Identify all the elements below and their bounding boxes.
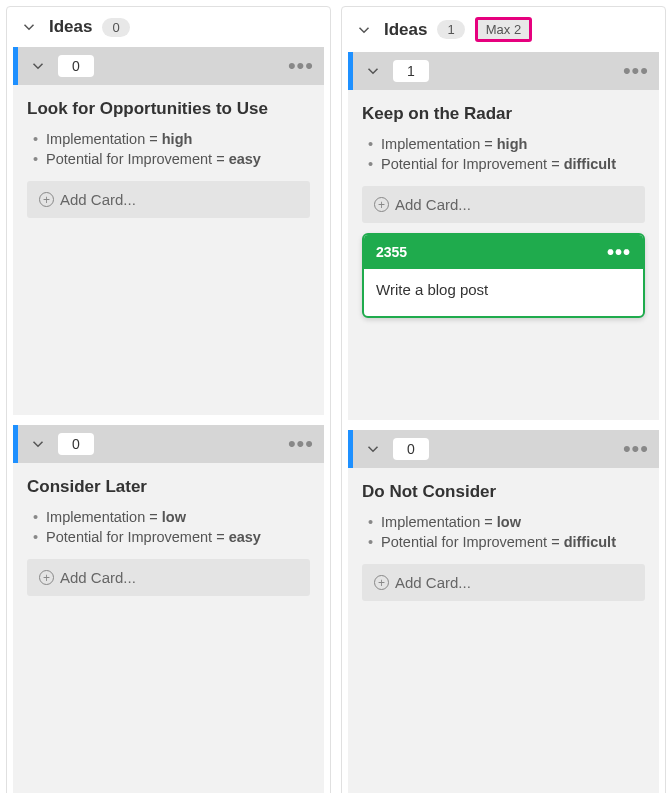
- lane-keep-on-radar: 1 ••• Keep on the Radar Implementation =…: [348, 52, 659, 420]
- plus-circle-icon: +: [39, 192, 54, 207]
- add-card-label: Add Card...: [60, 191, 136, 208]
- criteria-item: Potential for Improvement = difficult: [368, 156, 645, 172]
- lane-body: Look for Opportunities to Use Implementa…: [13, 85, 324, 415]
- lane-header: 0 •••: [13, 425, 324, 463]
- lane-body: Do Not Consider Implementation = low Pot…: [348, 468, 659, 793]
- plus-circle-icon: +: [374, 197, 389, 212]
- add-card-button[interactable]: + Add Card...: [27, 559, 310, 596]
- criteria-item: Potential for Improvement = easy: [33, 151, 310, 167]
- lane-do-not-consider: 0 ••• Do Not Consider Implementation = l…: [348, 430, 659, 793]
- lane-count-badge: 0: [58, 433, 94, 455]
- add-card-button[interactable]: + Add Card...: [362, 564, 645, 601]
- lane-menu-icon[interactable]: •••: [288, 55, 314, 77]
- add-card-label: Add Card...: [395, 574, 471, 591]
- lane-title: Consider Later: [27, 477, 310, 497]
- lane-criteria: Implementation = low Potential for Impro…: [33, 509, 310, 545]
- lane-criteria: Implementation = high Potential for Impr…: [368, 136, 645, 172]
- column-count-badge: 0: [102, 18, 129, 37]
- column-max-badge: Max 2: [475, 17, 532, 42]
- lane-header: 1 •••: [348, 52, 659, 90]
- lane-body: Consider Later Implementation = low Pote…: [13, 463, 324, 793]
- card-menu-icon[interactable]: •••: [607, 242, 631, 262]
- plus-circle-icon: +: [374, 575, 389, 590]
- column-title: Ideas: [49, 17, 92, 37]
- lane-count-badge: 0: [58, 55, 94, 77]
- add-card-label: Add Card...: [395, 196, 471, 213]
- criteria-item: Implementation = high: [33, 131, 310, 147]
- lane-header: 0 •••: [348, 430, 659, 468]
- card-text: Write a blog post: [364, 269, 643, 316]
- chevron-down-icon[interactable]: [354, 20, 374, 40]
- criteria-item: Implementation = low: [33, 509, 310, 525]
- chevron-down-icon[interactable]: [19, 17, 39, 37]
- add-card-button[interactable]: + Add Card...: [362, 186, 645, 223]
- lane-menu-icon[interactable]: •••: [288, 433, 314, 455]
- criteria-item: Potential for Improvement = difficult: [368, 534, 645, 550]
- lane-criteria: Implementation = low Potential for Impro…: [368, 514, 645, 550]
- add-card-button[interactable]: + Add Card...: [27, 181, 310, 218]
- lane-consider-later: 0 ••• Consider Later Implementation = lo…: [13, 425, 324, 793]
- chevron-down-icon[interactable]: [363, 61, 383, 81]
- lane-header: 0 •••: [13, 47, 324, 85]
- lane-menu-icon[interactable]: •••: [623, 60, 649, 82]
- lane-menu-icon[interactable]: •••: [623, 438, 649, 460]
- criteria-item: Implementation = high: [368, 136, 645, 152]
- lane-opportunities: 0 ••• Look for Opportunities to Use Impl…: [13, 47, 324, 415]
- lane-body: Keep on the Radar Implementation = high …: [348, 90, 659, 420]
- column-header: Ideas 0: [7, 7, 330, 47]
- card[interactable]: 2355 ••• Write a blog post: [362, 233, 645, 318]
- criteria-item: Potential for Improvement = easy: [33, 529, 310, 545]
- lane-criteria: Implementation = high Potential for Impr…: [33, 131, 310, 167]
- card-header: 2355 •••: [364, 235, 643, 269]
- add-card-label: Add Card...: [60, 569, 136, 586]
- column-ideas-left: Ideas 0 0 ••• Look for Opportunities to …: [6, 6, 331, 793]
- column-title: Ideas: [384, 20, 427, 40]
- card-id: 2355: [376, 244, 407, 260]
- plus-circle-icon: +: [39, 570, 54, 585]
- lane-title: Look for Opportunities to Use: [27, 99, 310, 119]
- chevron-down-icon[interactable]: [363, 439, 383, 459]
- column-header: Ideas 1 Max 2: [342, 7, 665, 52]
- kanban-board: Ideas 0 0 ••• Look for Opportunities to …: [6, 6, 666, 793]
- criteria-item: Implementation = low: [368, 514, 645, 530]
- chevron-down-icon[interactable]: [28, 434, 48, 454]
- lane-count-badge: 0: [393, 438, 429, 460]
- column-ideas-right: Ideas 1 Max 2 1 ••• Keep on the Radar Im…: [341, 6, 666, 793]
- lane-title: Keep on the Radar: [362, 104, 645, 124]
- lane-count-badge: 1: [393, 60, 429, 82]
- lane-title: Do Not Consider: [362, 482, 645, 502]
- chevron-down-icon[interactable]: [28, 56, 48, 76]
- column-count-badge: 1: [437, 20, 464, 39]
